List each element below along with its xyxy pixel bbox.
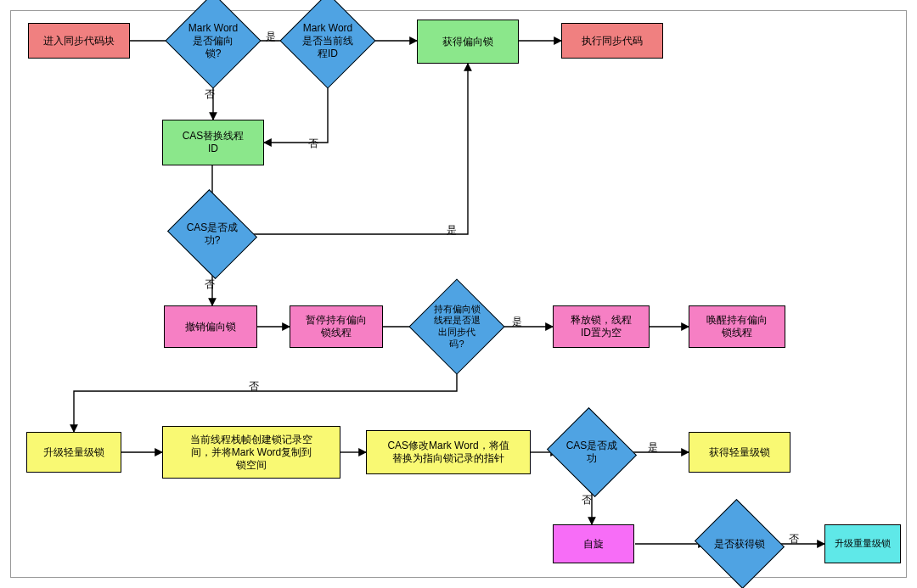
label: CAS替换线程ID [183,130,245,155]
label-no: 否 [582,493,592,507]
node-enter-sync: 进入同步代码块 [28,23,130,59]
node-upgrade-light: 升级轻量级锁 [26,432,121,473]
node-is-current-thread: Mark Word是否当前线程ID [294,7,362,75]
label: Mark Word是否偏向锁? [183,22,243,60]
label: 执行同步代码 [582,35,643,48]
label: Mark Word是否当前线程ID [297,22,358,60]
label-yes: 是 [512,315,522,329]
node-release-lock: 释放锁，线程ID置为空 [553,305,650,348]
label-no: 否 [249,379,259,394]
node-revoke-biased: 撤销偏向锁 [164,305,257,348]
node-cas-replace: CAS替换线程ID [162,120,264,165]
node-upgrade-heavy: 升级重量级锁 [824,524,901,563]
diagram-frame: 进入同步代码块 Mark Word是否偏向锁? Mark Word是否当前线程I… [0,0,917,588]
label-no: 否 [205,87,215,102]
label: 当前线程栈帧创建锁记录空间，并将Mark Word复制到锁空间 [190,434,312,472]
label: 升级轻量级锁 [43,446,104,459]
node-stack-record: 当前线程栈帧创建锁记录空间，并将Mark Word复制到锁空间 [162,426,340,479]
label-yes: 是 [266,30,276,44]
label: CAS是否成功 [561,440,623,465]
node-exec-sync: 执行同步代码 [561,23,663,59]
label: 自旋 [583,538,604,551]
node-pause-biased: 暂停持有偏向锁线程 [290,305,383,348]
node-exited-sync: 持有偏向锁线程是否退出同步代码? [423,293,491,361]
diagram-canvas: 进入同步代码块 Mark Word是否偏向锁? Mark Word是否当前线程I… [10,10,907,578]
label: 唤醒持有偏向锁线程 [706,314,768,339]
node-cas-modify: CAS修改Mark Word，将值替换为指向锁记录的指针 [366,430,531,474]
label: 撤销偏向锁 [185,321,236,333]
label-yes: 是 [648,440,658,455]
label-no: 否 [308,137,318,151]
label: CAS是否成功? [182,221,244,247]
label: CAS修改Mark Word，将值替换为指向锁记录的指针 [387,440,509,465]
label: 进入同步代码块 [43,35,115,48]
label: 持有偏向锁线程是否退出同步代码? [429,304,486,350]
node-acquire-biased: 获得偏向锁 [417,20,519,64]
label-no: 否 [789,532,799,546]
label: 获得偏向锁 [442,36,493,48]
node-wake-biased: 唤醒持有偏向锁线程 [689,305,785,348]
node-spin: 自旋 [553,524,634,563]
label: 升级重量级锁 [835,538,891,550]
label-no: 否 [205,277,215,292]
node-got-lock: 是否获得锁 [706,514,774,574]
label: 释放锁，线程ID置为空 [571,314,632,339]
label: 是否获得锁 [709,538,770,551]
node-acquire-light: 获得轻量级锁 [689,432,790,473]
label: 获得轻量级锁 [709,446,770,459]
node-cas-ok: CAS是否成功? [178,204,246,264]
label: 暂停持有偏向锁线程 [306,314,367,339]
node-cas-ok2: CAS是否成功 [558,423,626,482]
label-yes: 是 [447,223,457,238]
node-is-biased: Mark Word是否偏向锁? [179,7,247,75]
